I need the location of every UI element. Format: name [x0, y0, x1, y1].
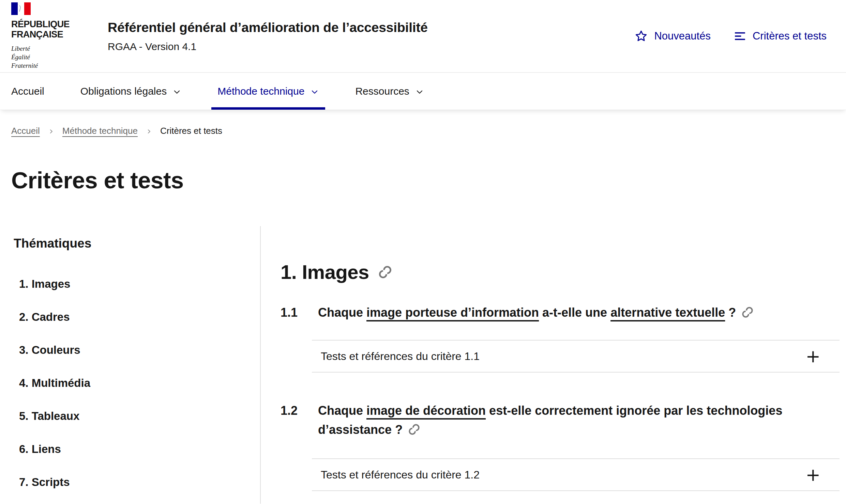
criterion-anchor-link[interactable] — [741, 305, 754, 319]
quick-link-label: Critères et tests — [753, 30, 827, 42]
criterion-number: 1.2 — [281, 401, 318, 439]
republique-francaise-logo[interactable]: RÉPUBLIQUE FRANÇAISE Liberté Égalité Fra… — [11, 2, 81, 70]
service-tagline: RGAA - Version 4.1 — [108, 41, 428, 52]
criterion-term-link[interactable]: alternative textuelle — [610, 305, 725, 319]
breadcrumb-accueil[interactable]: Accueil — [11, 126, 40, 136]
brand-motto: Liberté Égalité Fraternité — [11, 44, 81, 70]
sidebar-item-cadres[interactable]: 2. Cadres — [14, 310, 246, 324]
brand-line-2: FRANÇAISE — [11, 29, 81, 40]
star-icon — [634, 29, 648, 43]
site-header: RÉPUBLIQUE FRANÇAISE Liberté Égalité Fra… — [0, 0, 846, 72]
main-area: Thématiques 1. Images 2. Cadres 3. Coule… — [0, 226, 846, 504]
plus-icon: + — [805, 347, 820, 365]
active-tab-underline — [211, 107, 325, 110]
service-block[interactable]: Référentiel général d’amélioration de l’… — [108, 20, 428, 52]
quick-link-nouveautes[interactable]: Nouveautés — [634, 29, 710, 43]
page-title: Critères et tests — [11, 167, 846, 193]
brand-line-1: RÉPUBLIQUE — [11, 19, 81, 30]
criterion-term-link[interactable]: image de décoration — [366, 404, 486, 418]
criterion-number: 1.1 — [281, 303, 318, 322]
main-nav: Accueil Obligations légales Méthode tech… — [0, 72, 846, 110]
accordion-label: Tests et références du critère 1.2 — [321, 469, 480, 481]
chevron-right-icon — [48, 128, 54, 135]
sidebar-title: Thématiques — [14, 236, 246, 251]
link-anchor-icon — [741, 305, 754, 319]
sidebar-thematiques: Thématiques 1. Images 2. Cadres 3. Coule… — [0, 226, 261, 504]
quick-link-criteres-et-tests[interactable]: Critères et tests — [733, 29, 827, 43]
accordion-label: Tests et références du critère 1.1 — [321, 350, 480, 363]
section-heading-images: 1. Images — [281, 260, 846, 284]
chevron-down-icon — [415, 88, 424, 96]
criterion-term-link[interactable]: image porteuse d’information — [366, 305, 539, 319]
criterion-question: Chaque image porteuse d’information a-t-… — [318, 303, 754, 322]
link-anchor-icon — [407, 423, 421, 436]
sidebar-list: 1. Images 2. Cadres 3. Couleurs 4. Multi… — [14, 277, 246, 489]
sidebar-item-multimedia[interactable]: 4. Multimédia — [14, 376, 246, 390]
sidebar-item-liens[interactable]: 6. Liens — [14, 442, 246, 456]
nav-item-methode-technique[interactable]: Méthode technique — [211, 73, 325, 110]
link-anchor-icon — [377, 264, 393, 280]
sidebar-item-tableaux[interactable]: 5. Tableaux — [14, 409, 246, 423]
header-quick-links: Nouveautés Critères et tests — [634, 29, 827, 43]
chevron-down-icon — [310, 88, 319, 96]
criterion-1-2: 1.2 Chaque image de décoration est-elle … — [281, 401, 846, 439]
nav-item-accueil[interactable]: Accueil — [5, 73, 50, 110]
criterion-question: Chaque image de décoration est-elle corr… — [318, 401, 788, 439]
accordion-tests-1-1[interactable]: Tests et références du critère 1.1 + — [312, 340, 840, 373]
french-flag-icon — [11, 2, 31, 15]
criteria-content: 1. Images 1.1 Chaque image porteuse d’in… — [261, 226, 846, 504]
breadcrumb-methode-technique[interactable]: Méthode technique — [62, 126, 138, 136]
brand-name: RÉPUBLIQUE FRANÇAISE — [11, 19, 81, 40]
section-title: 1. Images — [281, 260, 369, 284]
criterion-1-1: 1.1 Chaque image porteuse d’information … — [281, 303, 846, 322]
sidebar-item-scripts[interactable]: 7. Scripts — [14, 475, 246, 489]
quick-link-label: Nouveautés — [654, 30, 710, 42]
nav-item-obligations-legales[interactable]: Obligations légales — [74, 73, 188, 110]
main-nav-list: Accueil Obligations légales Méthode tech… — [0, 73, 846, 110]
plus-icon: + — [805, 466, 820, 484]
criterion-anchor-link[interactable] — [407, 423, 421, 436]
section-anchor-link[interactable] — [377, 264, 393, 280]
service-title: Référentiel général d’amélioration de l’… — [108, 20, 428, 35]
breadcrumb-current: Critères et tests — [160, 126, 222, 136]
chevron-right-icon — [146, 128, 152, 135]
sidebar-item-couleurs[interactable]: 3. Couleurs — [14, 343, 246, 357]
nav-item-ressources[interactable]: Ressources — [349, 73, 430, 110]
accordion-tests-1-2[interactable]: Tests et références du critère 1.2 + — [312, 458, 840, 491]
breadcrumb: Accueil Méthode technique Critères et te… — [0, 110, 846, 136]
list-icon — [733, 29, 747, 43]
sidebar-item-images[interactable]: 1. Images — [14, 277, 246, 291]
chevron-down-icon — [172, 88, 181, 96]
